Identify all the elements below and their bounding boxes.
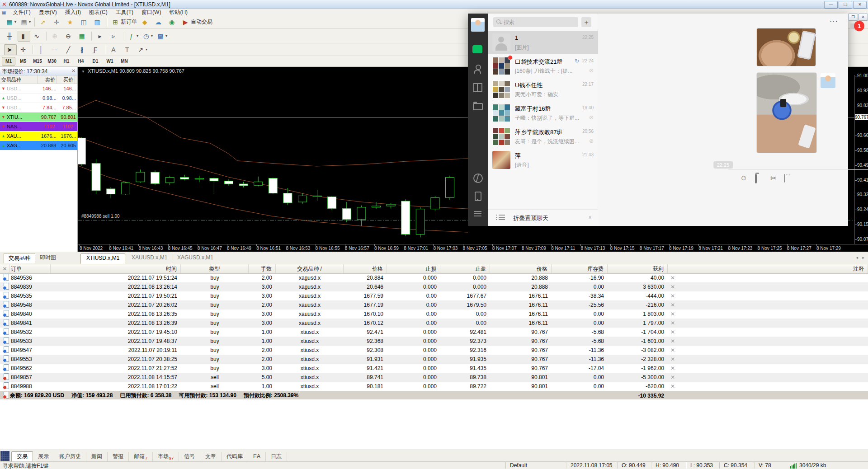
new-order-button[interactable]: ⊞新订单 [110, 17, 138, 28]
screenshot-icon[interactable]: ✂ [770, 174, 776, 183]
chevron-down-icon[interactable]: ▾ [165, 34, 167, 38]
bottom-tab-0[interactable]: 交易 [11, 451, 33, 461]
chart-restore-button[interactable]: ❒ [848, 14, 858, 21]
wechat-window[interactable]: 搜索 ＋ 122:25[图片]口袋技术交流21群↻22:24[160条] 刀锋战… [468, 14, 848, 226]
search-input[interactable]: 搜索 [493, 17, 578, 27]
orders-column-4[interactable]: 交易品种 / [276, 264, 344, 273]
favorites-button[interactable]: ★ [65, 17, 77, 28]
market-watch-column-1[interactable]: 卖价 [38, 75, 57, 84]
candle-chart-button[interactable]: ▮ [18, 31, 30, 42]
bottom-tab-3[interactable]: 新闻 [86, 452, 108, 461]
sent-photo-message-2[interactable] [756, 72, 817, 153]
close-order-icon[interactable]: ✕ [668, 365, 678, 371]
bar-chart-button[interactable]: ╫ [4, 31, 17, 42]
horizontal-line-button[interactable]: ─ [49, 44, 62, 55]
time-axis[interactable]: 8 Nov 20228 Nov 16:418 Nov 16:438 Nov 16… [78, 244, 868, 252]
chat-list-item-1[interactable]: 口袋技术交流21群↻22:24[160条] 刀锋战士：[提...⊘ [488, 54, 598, 78]
orders-column-9[interactable]: 库存费 [552, 264, 608, 273]
send-file-icon[interactable] [755, 174, 757, 183]
close-order-icon[interactable]: ✕ [668, 374, 678, 380]
menu-item-5[interactable]: 窗口(W) [137, 9, 165, 16]
order-row[interactable]: 88495322022.11.07 19:45:10buy1.00xtiusd.… [0, 328, 868, 337]
chart-collapse-icon[interactable]: ▼ [81, 70, 85, 74]
bottom-tab-4[interactable]: 警报 [108, 452, 129, 461]
message-sender-avatar[interactable] [821, 73, 835, 88]
deposit-button[interactable]: ◆ [139, 17, 152, 28]
chat-list-item-5[interactable]: 萍21:43[语音] [488, 148, 598, 172]
menu-item-2[interactable]: 插入(I) [61, 9, 85, 16]
bottom-tab-7[interactable]: 信号 [179, 452, 200, 461]
timeframe-d1-button[interactable]: D1 [89, 57, 102, 66]
add-chat-button[interactable]: ＋ [581, 17, 591, 27]
left-panel-tab-1[interactable]: 即时图 [35, 253, 61, 263]
order-row[interactable]: 88495362022.11.07 19:51:24buy2.00xagusd.… [0, 273, 868, 282]
order-row[interactable]: 88498412022.11.08 13:26:39buy3.00xauusd.… [0, 319, 868, 328]
close-order-icon[interactable]: ✕ [668, 311, 678, 317]
text-button[interactable]: A [108, 44, 121, 55]
close-button[interactable]: ✕ [853, 1, 867, 9]
sent-photo-message-1[interactable] [756, 28, 816, 66]
chart-shift-button[interactable]: ▹ [108, 31, 121, 42]
order-row[interactable]: 88495332022.11.07 19:48:37buy1.00xtiusd.… [0, 337, 868, 346]
crosshair-button[interactable]: ✛ [18, 44, 30, 55]
orders-column-0[interactable]: 订单 [10, 264, 51, 273]
text-label-button[interactable]: T [122, 44, 134, 55]
chat-menu-icon[interactable]: ··· [830, 17, 838, 25]
orders-header[interactable]: ✕订单时间类型手数交易品种 /价格止损止盈价格库存费获利注释 [0, 264, 868, 274]
chat-list-item-2[interactable]: U钱不任性22:17麦壳小可爱：确实 [488, 78, 598, 101]
bottom-tab-10[interactable]: EA [248, 452, 266, 461]
order-row[interactable]: 88495482022.11.07 20:26:02buy2.00xauusd.… [0, 300, 868, 310]
timeframe-m1-button[interactable]: M1 [2, 57, 15, 66]
market-watch-row[interactable]: ▼USD...7.84...7.85... [0, 103, 77, 113]
timeframe-h4-button[interactable]: H4 [74, 57, 88, 66]
orders-column-1[interactable]: 时间 [51, 264, 181, 273]
orders-column-6[interactable]: 止损 [387, 264, 440, 273]
fold-pinned-chats[interactable]: 折叠置顶聊天 ∧ [488, 209, 598, 226]
market-watch-toggle-button[interactable]: ◫ [78, 17, 91, 28]
timeframe-w1-button[interactable]: W1 [103, 57, 117, 66]
trendline-button[interactable]: ╱ [63, 44, 75, 55]
market-watch-row[interactable]: ▲XAG...20.88820.905 [0, 141, 77, 150]
bottom-tab-9[interactable]: 代码库 [222, 452, 248, 461]
unread-count-badge[interactable]: 1 [854, 21, 864, 31]
chevron-down-icon[interactable]: ▾ [151, 34, 153, 38]
line-chart-button[interactable]: ∿ [31, 31, 44, 42]
chart-close-button[interactable]: ✕ [858, 14, 868, 21]
orders-column-3[interactable]: 手数 [249, 264, 276, 273]
sidebar-contacts-icon[interactable] [472, 64, 483, 75]
sidebar-miniprogram-icon[interactable] [472, 173, 483, 183]
chevron-down-icon[interactable]: ▾ [137, 34, 138, 38]
bottom-tab-11[interactable]: 日志 [266, 452, 287, 461]
vertical-line-button[interactable]: │ [36, 44, 48, 55]
bottom-tab-8[interactable]: 文章 [200, 452, 222, 461]
chat-list-item-4[interactable]: 萍乡学院政教87班20:56友哥：是个，洗洗继续困...⊘ [488, 125, 598, 148]
sidebar-files-icon[interactable] [472, 101, 483, 112]
chart-tab-2[interactable]: XAGUSD.x,M1 [172, 253, 219, 263]
chevron-down-icon[interactable]: ▾ [146, 47, 147, 52]
menu-item-0[interactable]: 文件(F) [9, 9, 34, 16]
order-row[interactable]: 88498402022.11.08 13:26:35buy3.00xauusd.… [0, 310, 868, 319]
close-order-icon[interactable]: ✕ [668, 302, 678, 308]
order-row[interactable]: 88495352022.11.07 19:50:21buy3.00xauusd.… [0, 291, 868, 300]
maximize-button[interactable]: ❒ [839, 1, 852, 9]
tab-scroll-right-icon[interactable]: ▸ [862, 255, 864, 260]
orders-column-11[interactable]: 注释 [678, 264, 868, 273]
close-order-icon[interactable]: ✕ [668, 329, 678, 335]
chevron-down-icon[interactable]: ▾ [14, 20, 16, 24]
indicators-button[interactable]: ƒ▾ [126, 31, 140, 42]
data-window-button[interactable]: ▥ [92, 17, 104, 28]
zoom-out-button[interactable]: ⊖ [63, 31, 75, 42]
timeframe-mn-button[interactable]: MN [118, 57, 131, 66]
close-order-icon[interactable]: ✕ [668, 356, 678, 362]
order-row[interactable]: 88495472022.11.07 20:19:11buy2.00xtiusd.… [0, 346, 868, 355]
orders-column-2[interactable]: 类型 [181, 264, 249, 273]
wechat-user-avatar[interactable] [471, 18, 485, 32]
timeframe-m30-button[interactable]: M30 [45, 57, 59, 66]
crosshair-window-button[interactable]: ✛ [51, 17, 64, 28]
bottom-tab-1[interactable]: 展示 [33, 452, 54, 461]
chat-history-icon[interactable] [784, 174, 785, 183]
bottom-tab-2[interactable]: 账户历史 [54, 452, 86, 461]
profiles-button[interactable]: ▤▾ [19, 17, 32, 28]
market-watch-row[interactable]: ▼USD...146....146... [0, 84, 77, 94]
chat-list-item-3[interactable]: 藏富于村16群19:40子曦：快别说了，等下群...⊘ [488, 101, 598, 125]
